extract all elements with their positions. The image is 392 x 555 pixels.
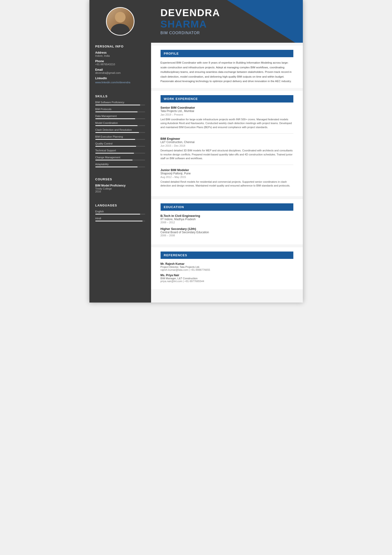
education-item: B.Tech in Civil Engineering IIT Indore, … — [161, 214, 293, 224]
skill-bar-bg — [95, 167, 145, 167]
lang-name: Hindi — [95, 217, 145, 220]
skill-bar-bg — [95, 118, 145, 119]
exp-company: L&T Construction, Chennai — [161, 140, 293, 144]
course-name: BIM Model Proficiency — [95, 184, 145, 187]
edu-school: IIT Indore, Madhya Pradesh — [161, 218, 293, 221]
experience-item: Senior BIM Coordinator Tata Projects Ltd… — [161, 106, 293, 129]
skill-name: BIM Software Proficiency — [95, 101, 145, 104]
education-list: B.Tech in Civil Engineering IIT Indore, … — [161, 214, 293, 237]
exp-job-title: BIM Engineer — [161, 137, 293, 140]
lang-bar-fill — [95, 214, 140, 214]
lang-bar-bg — [95, 221, 145, 221]
ref-name: Ms. Priya Nair — [161, 274, 293, 277]
ref-contact: priya.nair@lnt.com | +91-9977665544 — [161, 280, 293, 283]
skill-name: Technical Support — [95, 149, 145, 152]
sidebar: PERSONAL INFO Address Indore, India Phon… — [89, 0, 151, 303]
personal-info-title: PERSONAL INFO — [95, 45, 145, 48]
exp-desc: Developed detailed 3D BIM models for MEP… — [161, 148, 293, 161]
experience-title: WORK EXPERIENCE — [161, 95, 293, 102]
exp-date: Aug 2012 – May 2015 — [161, 175, 293, 178]
lang-name: English — [95, 210, 145, 213]
language-item: Hindi — [95, 217, 145, 221]
skill-item: Quality Control — [95, 142, 145, 147]
skill-item: Technical Support — [95, 149, 145, 153]
avatar-image — [107, 7, 134, 36]
education-item: Higher Secondary (12th) Central Board of… — [161, 227, 293, 237]
language-item: English — [95, 210, 145, 214]
skill-name: Model Coordination — [95, 122, 145, 124]
exp-desc: Created detailed Revit models for reside… — [161, 180, 293, 188]
email-label: Email — [95, 68, 145, 71]
skill-bar-fill — [95, 153, 134, 153]
edu-date: 2008 – 2012 — [161, 221, 293, 224]
skill-bar-bg — [95, 125, 145, 126]
skill-name: Clash Detection and Resolution — [95, 128, 145, 131]
edu-degree: B.Tech in Civil Engineering — [161, 214, 293, 218]
skill-item: BIM Software Proficiency — [95, 101, 145, 105]
reference-item: Ms. Priya Nair BIM Manager, L&T Construc… — [161, 274, 293, 283]
course-item: BIM Model Proficiency Trinity College 20… — [95, 184, 145, 193]
skill-name: Adaptability — [95, 163, 145, 166]
main-header: DEVENDRA SHARMA BIM COORDINATOR — [151, 0, 303, 43]
languages-title: LANGUAGES — [95, 204, 145, 207]
edu-school: Central Board of Secondary Education — [161, 231, 293, 234]
courses-list: BIM Model Proficiency Trinity College 20… — [95, 184, 145, 193]
edu-date: 2006 – 2008 — [161, 234, 293, 237]
phone-item: Phone +91-9876543210 — [95, 59, 145, 66]
courses-title: COURSES — [95, 177, 145, 181]
skill-item: BIM Protocols — [95, 108, 145, 112]
skill-item: Change Management — [95, 156, 145, 161]
lang-bar-bg — [95, 214, 145, 214]
resume-container: PERSONAL INFO Address Indore, India Phon… — [89, 0, 303, 303]
skill-bar-bg — [95, 111, 145, 112]
education-title: EDUCATION — [161, 203, 293, 211]
ref-name: Mr. Rajesh Kumar — [161, 262, 293, 265]
skill-bar-fill — [95, 125, 138, 126]
avatar-container — [89, 0, 151, 40]
references-title: REFERENCES — [161, 252, 293, 259]
courses-section: COURSES BIM Model Proficiency Trinity Co… — [89, 177, 151, 199]
skill-bar-fill — [95, 111, 138, 112]
ref-title: BIM Manager, L&T Construction — [161, 277, 293, 280]
email-value: devendra@gmail.com — [95, 71, 145, 74]
reference-item: Mr. Rajesh Kumar Project Director, Tata … — [161, 262, 293, 271]
skill-name: Data Management — [95, 115, 145, 117]
profile-text: Experienced BIM Coordinator with over 8 … — [161, 60, 293, 84]
experience-section: WORK EXPERIENCE Senior BIM Coordinator T… — [151, 91, 303, 196]
course-institution: Trinity College — [95, 187, 145, 190]
exp-date: Jan 2019 – Present — [161, 113, 293, 116]
main-content: DEVENDRA SHARMA BIM COORDINATOR PROFILE … — [151, 0, 303, 303]
skill-bar-fill — [95, 160, 133, 161]
exp-company: Tata Projects Ltd., Mumbai — [161, 110, 293, 113]
skill-item: Adaptability — [95, 163, 145, 167]
skill-bar-bg — [95, 132, 145, 133]
skill-item: Clash Detection and Resolution — [95, 128, 145, 133]
skill-bar-bg — [95, 105, 145, 105]
skill-name: BIM Execution Planning — [95, 135, 145, 138]
skill-bar-fill — [95, 167, 138, 167]
languages-section: LANGUAGES English Hindi — [89, 204, 151, 227]
skills-section: SKILLS BIM Software Proficiency BIM Prot… — [89, 95, 151, 173]
address-item: Address Indore, India — [95, 51, 145, 57]
address-value: Indore, India — [95, 54, 145, 57]
exp-job-title: Junior BIM Modeler — [161, 168, 293, 172]
exp-date: Jun 2015 – Dec 2018 — [161, 144, 293, 147]
skill-bar-bg — [95, 146, 145, 147]
skill-item: Data Management — [95, 115, 145, 119]
skill-bar-fill — [95, 118, 135, 119]
skill-bar-fill — [95, 105, 140, 105]
main-sections: PROFILE Experienced BIM Coordinator with… — [151, 45, 303, 289]
languages-list: English Hindi — [95, 210, 145, 221]
skill-bar-fill — [95, 132, 139, 133]
linkedin-link[interactable]: www.linkedin.com/in/devendra — [95, 81, 130, 84]
profile-title: PROFILE — [161, 50, 293, 57]
email-item: Email devendra@gmail.com — [95, 68, 145, 74]
skill-name: Change Management — [95, 156, 145, 159]
profile-section: PROFILE Experienced BIM Coordinator with… — [151, 45, 303, 88]
lang-bar-fill — [95, 221, 143, 221]
phone-label: Phone — [95, 59, 145, 63]
header-title: BIM COORDINATOR — [161, 31, 293, 35]
skill-item: Model Coordination — [95, 122, 145, 126]
skill-item: BIM Execution Planning — [95, 135, 145, 140]
header-name: DEVENDRA SHARMA — [161, 7, 293, 30]
